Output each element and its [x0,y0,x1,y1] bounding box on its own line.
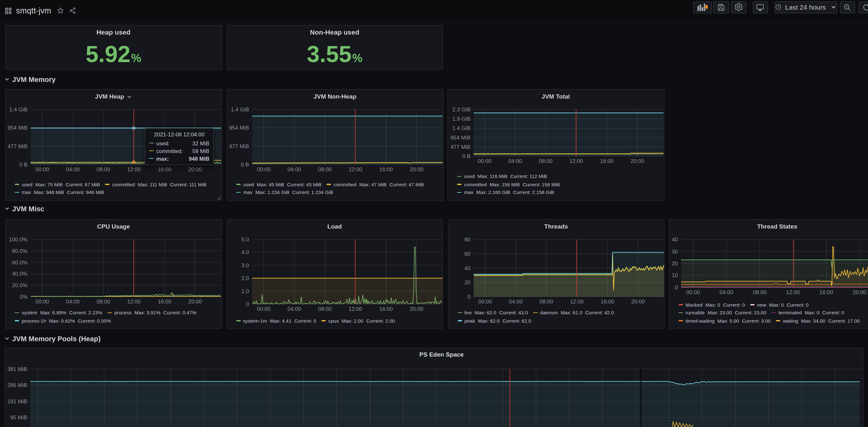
svg-text:08:00: 08:00 [318,166,332,173]
svg-text:08:00: 08:00 [97,299,111,305]
svg-text:10: 10 [672,272,678,278]
svg-text:16:00: 16:00 [158,299,172,305]
svg-text:16:00: 16:00 [819,289,833,296]
svg-text:0%: 0% [20,294,28,300]
svg-text:60.0%: 60.0% [12,260,28,266]
svg-text:286 MiB: 286 MiB [7,382,27,388]
svg-text:00:00: 00:00 [257,166,271,173]
svg-text:12:00: 12:00 [348,306,362,312]
svg-text:08:00: 08:00 [753,289,767,296]
svg-text:08:00: 08:00 [539,299,553,305]
svg-text:20:00: 20:00 [631,299,645,305]
svg-text:20:00: 20:00 [409,306,423,312]
svg-text:381 MiB: 381 MiB [7,366,27,372]
svg-text:12:00: 12:00 [127,299,141,305]
svg-text:0: 0 [675,284,678,291]
svg-text:16:00: 16:00 [158,166,172,173]
svg-text:16:00: 16:00 [379,166,393,173]
svg-text:00:00: 00:00 [478,299,492,305]
svg-text:00:00: 00:00 [686,289,700,296]
svg-text:00:00: 00:00 [35,299,49,305]
svg-text:1.4 GiB: 1.4 GiB [231,106,249,113]
svg-text:1.9 GiB: 1.9 GiB [452,116,470,122]
svg-text:00:00: 00:00 [35,166,49,173]
svg-text:16:00: 16:00 [379,306,393,312]
svg-text:20:00: 20:00 [852,289,866,296]
svg-text:08:00: 08:00 [318,306,332,312]
svg-text:04:00: 04:00 [66,166,80,173]
svg-text:0: 0 [467,294,470,300]
svg-text:80: 80 [464,237,470,243]
svg-text:04:00: 04:00 [508,299,522,305]
svg-text:60: 60 [464,251,470,257]
svg-text:12:00: 12:00 [570,299,584,305]
svg-text:80.0%: 80.0% [12,248,28,254]
svg-text:04:00: 04:00 [287,306,301,312]
svg-text:2.0: 2.0 [241,275,249,281]
svg-text:04:00: 04:00 [66,299,80,305]
svg-text:1.4 GiB: 1.4 GiB [452,125,470,131]
svg-text:08:00: 08:00 [539,158,553,164]
svg-text:30: 30 [672,249,678,255]
svg-text:1.4 GiB: 1.4 GiB [9,106,28,113]
svg-text:40: 40 [464,265,470,271]
svg-text:12:00: 12:00 [348,166,362,173]
svg-text:20.0%: 20.0% [12,282,28,288]
svg-text:20:00: 20:00 [188,166,202,173]
svg-text:477 MiB: 477 MiB [8,143,28,150]
svg-text:08:00: 08:00 [97,166,111,173]
svg-text:4.0: 4.0 [241,249,249,255]
svg-text:191 MiB: 191 MiB [7,398,27,404]
svg-text:04:00: 04:00 [508,158,522,164]
svg-text:100.0%: 100.0% [9,237,28,243]
svg-text:5.0: 5.0 [241,237,249,243]
svg-text:00:00: 00:00 [478,158,492,164]
svg-text:0 B: 0 B [19,162,28,168]
svg-text:12:00: 12:00 [127,166,141,173]
svg-text:3.0: 3.0 [241,263,249,269]
svg-text:20:00: 20:00 [410,166,424,173]
svg-text:20:00: 20:00 [630,158,644,164]
svg-text:16:00: 16:00 [600,158,614,164]
svg-text:954 MiB: 954 MiB [451,135,470,141]
svg-text:16:00: 16:00 [600,299,614,305]
svg-text:0: 0 [246,301,249,307]
svg-text:12:00: 12:00 [786,289,800,296]
svg-text:00:00: 00:00 [257,306,271,312]
svg-text:954 MiB: 954 MiB [8,125,28,131]
svg-text:04:00: 04:00 [719,289,733,296]
svg-text:2.3 GiB: 2.3 GiB [452,106,470,113]
svg-text:20: 20 [464,279,470,285]
svg-text:20:00: 20:00 [188,299,202,305]
svg-text:95 MiB: 95 MiB [10,414,27,420]
svg-text:0 B: 0 B [462,153,470,159]
svg-text:477 MiB: 477 MiB [229,143,249,150]
svg-text:12:00: 12:00 [569,158,583,164]
svg-text:40: 40 [672,237,678,243]
svg-text:40.0%: 40.0% [12,271,28,277]
svg-text:954 MiB: 954 MiB [229,125,249,131]
svg-text:04:00: 04:00 [287,166,301,173]
svg-text:1.0: 1.0 [241,288,249,295]
svg-text:20: 20 [672,261,678,267]
svg-text:0 B: 0 B [241,162,249,168]
svg-text:477 MiB: 477 MiB [451,144,470,150]
